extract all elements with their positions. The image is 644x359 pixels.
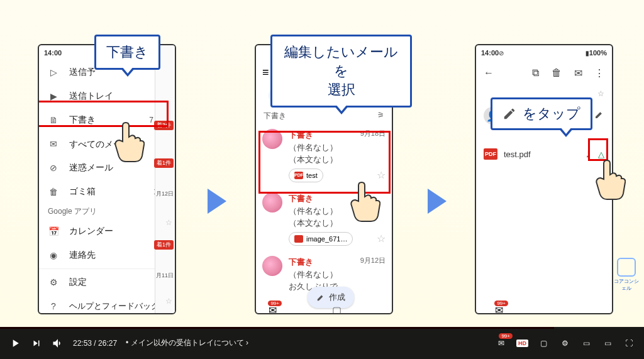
peek-date: 月12日 [156, 190, 174, 198]
peek-badge: 着1件 [154, 240, 174, 250]
filter-icon[interactable]: ⚞ [377, 111, 384, 121]
star-icon: ☆ [165, 218, 172, 227]
mail-tab-icon[interactable]: ✉99+ [269, 304, 277, 314]
mail-overlay-icon: ✉99+ [495, 337, 508, 350]
callout-drafts: 下書き [94, 35, 160, 70]
fullscreen-button[interactable]: ⛶ [623, 337, 635, 350]
next-button[interactable] [30, 337, 43, 350]
pencil-icon [316, 293, 325, 302]
callout-tap-pencil: をタップ [491, 97, 592, 130]
nav-label: カレンダー [69, 226, 113, 237]
volume-button[interactable] [52, 337, 64, 350]
spam-icon: ⊘ [48, 162, 59, 174]
phone-drawer: 14:00 ▷送信予 ▶送信トレイ 🗎下書き7 ✉すべてのメール ⊘迷惑メール1… [38, 44, 176, 314]
attachment-row[interactable]: PDF test.pdf ⤓ △ [484, 148, 604, 160]
nav-label: 迷惑メール [69, 162, 113, 174]
background-peek: 着3件 着1件 月12日 ☆ 着1件 月11日 ☆ [155, 45, 175, 313]
highlight-drafts [38, 101, 169, 127]
mail-subject: （件名なし） [289, 268, 386, 281]
image-icon [294, 235, 303, 243]
mail-icon[interactable]: ✉ [572, 67, 584, 79]
callout-select-mail: 編集したいメールを 選択 [270, 35, 412, 108]
nav-label: ヘルプとフィードバック [69, 301, 159, 312]
badge-count: 99+ [494, 301, 508, 306]
miniplayer-button[interactable]: ▭ [580, 337, 592, 350]
delete-icon[interactable]: 🗑 [550, 67, 563, 79]
captions-button[interactable]: ▢ [537, 337, 550, 350]
meet-tab-icon[interactable]: ▢ [332, 304, 341, 314]
nav-label: ゴミ箱 [69, 186, 96, 197]
battery-level: 100% [589, 49, 607, 57]
status-time: 14:00 [44, 49, 62, 57]
video-controls: 22:53 / 26:27 • メイン以外の受信トレイについて › ✉99+ H… [0, 327, 644, 359]
hand-pointer-1 [113, 119, 145, 163]
calendar-icon: 📅 [48, 226, 59, 237]
attachment-name: image_671… [306, 234, 347, 245]
back-icon[interactable]: ← [482, 67, 495, 79]
nav-label: 連絡先 [69, 250, 96, 261]
nav-label: 設定 [69, 277, 87, 288]
overlay-badge: 99+ [499, 333, 513, 339]
list-label: 下書き [264, 111, 286, 121]
pencil-icon [502, 107, 516, 121]
avatar [262, 192, 282, 213]
settings-button[interactable]: ⚙ [558, 337, 571, 350]
peek-badge: 着1件 [154, 158, 174, 168]
scheduled-icon: ▷ [48, 67, 59, 78]
star-icon[interactable]: ☆ [377, 233, 386, 245]
more-icon[interactable]: ⋮ [593, 67, 606, 79]
star-icon: ☆ [165, 297, 172, 306]
attachment-chip[interactable]: image_671… [289, 232, 353, 246]
status-time: 14:00 [481, 49, 499, 57]
phone-message-view: 14:00 ⊘ ▮ 100% ← ⧉ 🗑 ✉ ⋮ ☆ 👤 To: ⌄ PDF t… [475, 44, 613, 314]
message-toolbar: ← ⧉ 🗑 ✉ ⋮ [476, 60, 612, 86]
archive-icon[interactable]: ⧉ [529, 67, 541, 79]
pdf-icon: PDF [484, 148, 497, 160]
compose-label: 作成 [329, 292, 345, 303]
watermark-logo: コアコンシェル [614, 258, 639, 283]
contacts-icon: ◉ [48, 250, 59, 261]
nav-label: 送信予 [69, 67, 96, 78]
badge-count: 99+ [268, 301, 282, 306]
status-clear-icon: ⊘ [499, 50, 504, 57]
chapter-label[interactable]: • メイン以外の受信トレイについて › [126, 338, 248, 348]
attachment-name: test.pdf [504, 150, 531, 159]
help-icon: ? [48, 301, 59, 312]
list-header: 下書き ⚞ [256, 108, 392, 124]
menu-icon[interactable]: ≡ [262, 66, 269, 79]
avatar [262, 256, 282, 276]
theater-button[interactable]: ▭ [601, 337, 614, 350]
quality-badge[interactable]: HD [516, 340, 528, 347]
callout-tap-label: をタップ [523, 104, 580, 123]
mail-tab-icon[interactable]: ✉99+ [495, 304, 503, 314]
arrow-step-1 [208, 189, 226, 214]
hand-pointer-2 [349, 179, 380, 223]
mail-date: 9月12日 [360, 256, 386, 265]
trash-icon: 🗑 [48, 186, 59, 197]
status-bar: 14:00 ⊘ ▮ 100% [476, 45, 612, 60]
all-mail-icon: ✉ [48, 138, 59, 150]
edit-icon[interactable] [594, 109, 604, 122]
peek-date: 月11日 [156, 272, 174, 280]
video-time: 22:53 / 26:27 [73, 339, 117, 348]
hand-pointer-3 [594, 157, 626, 201]
gear-icon: ⚙ [48, 277, 59, 288]
play-button[interactable] [9, 337, 21, 350]
arrow-step-2 [428, 189, 447, 214]
